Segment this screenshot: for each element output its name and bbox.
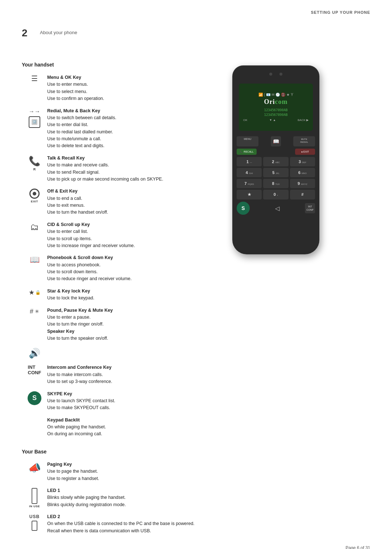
nav-ok: OK: [243, 118, 248, 122]
list-item: ★🔒 Star & Key lock Key Use to lock the k…: [22, 288, 214, 302]
pound-pause-mute-label: Pound, Pause Key & Mute Key: [47, 308, 113, 313]
phone-numpad: 1 — 2 ABC 3 DEF 4 GHI 5 JKL 6 MNO 7 PQRS…: [237, 157, 315, 199]
skype-desc: Use to launch SKYPE contact list.Use to …: [47, 398, 115, 410]
num-6-button[interactable]: 6 MNO: [290, 168, 315, 177]
speaker-desc: Use to turn the speaker on/off.: [47, 336, 108, 341]
screen-text-line1: 1234567890AB: [264, 108, 287, 113]
phonebook-scroll-down-label: Phonebook & Scroll down Key: [47, 255, 113, 260]
led2-desc: On when the USB cable is connected to th…: [47, 521, 195, 533]
phone-screen: 📶(📧✉🕐📵★Y Oricom 1234567890AB 1234567890A…: [239, 84, 313, 131]
phone-camera-dots: [269, 73, 282, 76]
num-3-button[interactable]: 3 DEF: [290, 157, 315, 166]
int-conf-button[interactable]: INTCONF: [305, 203, 315, 213]
num-5-button[interactable]: 5 JKL: [263, 168, 288, 177]
menu-ok-desc: Use to enter menus.Use to select menu.Us…: [47, 82, 104, 101]
list-item: ☰ Menu & OK Key Use to enter menus.Use t…: [22, 74, 214, 102]
led2-icon: USB: [22, 513, 47, 531]
skype-label: SKYPE Key: [47, 391, 72, 396]
phone-top-keys-row: MENU 📖 MUTEREDIAL: [237, 136, 315, 146]
talk-recall-desc: Use to make and receive calls.Use to sen…: [47, 162, 163, 182]
redial-mute-back-desc: Use to switch between call details.Use t…: [47, 115, 116, 149]
list-item: 📣 Paging Key Use to page the handset.Use…: [22, 461, 214, 482]
mute-redial-button[interactable]: MUTEREDIAL: [293, 136, 315, 146]
cid-scroll-up-desc: Use to enter call list.Use to scroll up …: [47, 229, 135, 248]
led1-desc: Blinks slowly while paging the handset.B…: [47, 495, 126, 507]
list-item: IN USE LED 1 Blinks slowly while paging …: [22, 487, 214, 508]
list-item: →→ 🔙 Redial, Mute & Back Key Use to swit…: [22, 108, 214, 150]
cid-scroll-up-label: CID & Scroll up Key: [47, 222, 90, 227]
talk-recall-icon: 📞 R: [22, 155, 47, 171]
num-0-button[interactable]: 0 +: [263, 190, 288, 199]
phone-body: 📶(📧✉🕐📵★Y Oricom 1234567890AB 1234567890A…: [232, 65, 319, 254]
keypad-backlit-icon: [22, 417, 47, 417]
redial-mute-back-icon: →→ 🔙: [22, 108, 47, 128]
int-conf-icon: INTCONF: [22, 364, 47, 375]
nav-back: BACK ▶: [298, 118, 309, 122]
num-2-button[interactable]: 2 ABC: [263, 157, 288, 166]
off-exit-label: Off & Exit Key: [47, 189, 77, 194]
page: SETTING UP YOUR PHONE 2 About your phone…: [0, 0, 392, 549]
off-exit-desc: Use to end a call.Use to exit menus.Use …: [47, 196, 108, 215]
screen-nav: OK ▼ ▲ BACK ▶: [242, 118, 310, 122]
page-footer: Page 6 of 31: [346, 545, 370, 549]
list-item: USB LED 2 On when the USB cable is conne…: [22, 513, 214, 534]
star-keylock-desc: Use to lock the keypad.: [47, 295, 94, 300]
led2-label: LED 2: [47, 514, 60, 519]
phonebook-button[interactable]: 📖: [271, 136, 281, 146]
camera-dot-left: [269, 73, 272, 76]
header-title: SETTING UP YOUR PHONE: [311, 10, 370, 15]
num-9-button[interactable]: 9 WXYZ: [290, 179, 315, 188]
list-item: EXIT Off & Exit Key Use to end a call.Us…: [22, 188, 214, 216]
keypad-backlit-desc: On while paging the handset.On during an…: [47, 424, 106, 436]
speaker-icon: 🔊: [22, 347, 47, 359]
phone-bottom-keys: S ◁ INTCONF: [237, 202, 315, 215]
page-number-left: 2: [22, 27, 28, 39]
screen-icons: 📶(📧✉🕐📵★Y: [258, 93, 293, 97]
speaker-label: Speaker Key: [47, 329, 74, 334]
nav-arrows: ▼ ▲: [269, 118, 276, 122]
redial-mute-back-label: Redial, Mute & Back Key: [47, 108, 100, 113]
list-item: S SKYPE Key Use to launch SKYPE contact …: [22, 391, 214, 412]
off-exit-icon: EXIT: [22, 188, 47, 203]
brand-name: Oricom: [264, 98, 288, 106]
paging-label: Paging Key: [47, 462, 72, 467]
list-item: 📖 Phonebook & Scroll down Key Use to acc…: [22, 254, 214, 283]
talk-recall-label: Talk & Recall Key: [47, 156, 85, 161]
screen-text-line2: 1234567890AB: [264, 113, 287, 117]
skype-button[interactable]: S: [237, 202, 250, 215]
paging-icon: 📣: [22, 461, 47, 474]
left-panel: Your handset ☰ Menu & OK Key Use to ente…: [22, 58, 214, 540]
num-4-button[interactable]: 4 GHI: [237, 168, 262, 177]
phone-image-panel: 📶(📧✉🕐📵★Y Oricom 1234567890AB 1234567890A…: [214, 58, 338, 540]
hash-button[interactable]: #: [290, 190, 315, 199]
cid-scroll-up-icon: 🗂: [22, 221, 47, 232]
led1-label: LED 1: [47, 488, 60, 493]
int-conf-label: Intercom and Conference Key: [47, 365, 111, 370]
star-keylock-label: Star & Key lock Key: [47, 288, 90, 294]
led1-icon: IN USE: [22, 487, 47, 508]
num-1-button[interactable]: 1 —: [237, 157, 262, 166]
num-8-button[interactable]: 8 TUV: [263, 179, 288, 188]
talk-exit-row: 📞 RECALL ● EXIT: [237, 149, 315, 155]
phone-keys-area: MENU 📖 MUTEREDIAL 📞 RECALL ● EXIT 1 —: [237, 136, 315, 215]
star-keylock-icon: ★🔒: [22, 288, 47, 296]
list-item: 🗂 CID & Scroll up Key Use to enter call …: [22, 221, 214, 250]
about-phone-label: About your phone: [40, 30, 77, 35]
recall-button[interactable]: 📞 RECALL: [237, 149, 257, 155]
exit-button[interactable]: ● EXIT: [295, 149, 315, 155]
star-button[interactable]: ★: [237, 190, 262, 199]
phonebook-scroll-down-desc: Use to access phonebook.Use to scroll do…: [47, 262, 132, 282]
back-arrow-button[interactable]: ◁: [275, 205, 279, 212]
menu-button[interactable]: MENU: [237, 136, 258, 146]
list-item: INTCONF Intercom and Conference Key Use …: [22, 364, 214, 385]
your-base-title: Your Base: [22, 449, 214, 455]
menu-ok-label: Menu & OK Key: [47, 75, 81, 80]
list-item: 📞 R Talk & Recall Key Use to make and re…: [22, 155, 214, 183]
list-item: 🔊: [22, 347, 214, 359]
your-handset-title: Your handset: [22, 62, 214, 68]
num-7-button[interactable]: 7 PQRS: [237, 179, 262, 188]
skype-key-icon: S: [22, 391, 47, 405]
phonebook-scroll-down-icon: 📖: [22, 254, 47, 265]
keypad-backlit-label: Keypad Backlit: [47, 417, 80, 423]
your-base-section: Your Base 📣 Paging Key Use to page the h…: [22, 449, 214, 534]
